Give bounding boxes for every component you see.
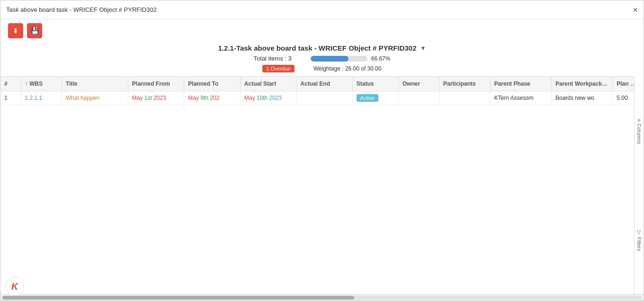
total-items-label: Total items : 3 (254, 55, 292, 62)
title-bar: Task above board task - WRICEF Object # … (0, 0, 644, 19)
report-title-row: 1.2.1-Task above board task - WRICEF Obj… (218, 44, 426, 52)
cell-status: Active (352, 91, 398, 105)
modal-body: ⬇ 💾 1.2.1-Task above board task - WRICEF… (0, 19, 644, 301)
columns-icon: ≡ (636, 119, 642, 122)
cell-parent-wp: Boards new wo (551, 91, 612, 105)
side-panel: ≡ Columns ▽ Filters (634, 76, 644, 294)
cell-planned-to: May 9th 202 (184, 91, 241, 105)
columns-panel-button[interactable]: ≡ Columns (636, 117, 642, 146)
toolbar: ⬇ 💾 (0, 19, 644, 42)
columns-label: Columns (636, 124, 642, 144)
cell-actual-end (296, 91, 353, 105)
save-button[interactable]: 💾 (27, 23, 42, 38)
report-header: 1.2.1-Task above board task - WRICEF Obj… (0, 42, 644, 76)
col-header-wbs[interactable]: ↑ WBS (21, 77, 62, 91)
progress-bar-fill (311, 56, 349, 62)
cell-participants (439, 91, 490, 105)
col-header-actual-end[interactable]: Actual End (296, 77, 353, 91)
table-container: # ↑ WBS Title Planned From Planned To Ac… (0, 76, 644, 294)
cell-parent-phase: KTern Assessm (490, 91, 551, 105)
cell-num: 1 (0, 91, 21, 105)
col-header-planned-from[interactable]: Planned From (128, 77, 184, 91)
filters-label: Filters (636, 237, 642, 251)
table-header-row: # ↑ WBS Title Planned From Planned To Ac… (0, 77, 644, 91)
filters-panel-button[interactable]: ▽ Filters (636, 227, 642, 253)
logo-k-icon: K (11, 281, 18, 292)
col-header-planned-to[interactable]: Planned To (184, 77, 241, 91)
col-header-owner[interactable]: Owner (398, 77, 439, 91)
cell-planned-from: May 1st 2023 (128, 91, 184, 105)
close-button[interactable]: × (633, 6, 638, 14)
save-icon: 💾 (31, 27, 39, 35)
overdue-row: 1 Overdue Weightage : 26.00 of 30.00 (8, 65, 636, 72)
cell-owner (398, 91, 439, 105)
wbs-link[interactable]: 1.2.1.1 (25, 95, 43, 101)
download-button[interactable]: ⬇ (8, 23, 23, 38)
col-header-participants[interactable]: Participants (439, 77, 490, 91)
scrollbar-thumb (2, 296, 354, 300)
col-header-parent-wp[interactable]: Parent Workpackage (551, 77, 612, 91)
progress-bar-background (311, 56, 367, 62)
stats-row: Total items : 3 66.67% (8, 55, 636, 62)
title-link[interactable]: What happen (66, 95, 99, 101)
modal-title: Task above board task - WRICEF Object # … (6, 6, 157, 13)
col-header-actual-start[interactable]: Actual Start (240, 77, 296, 91)
bottom-logo: K (5, 277, 24, 296)
progress-container: 66.67% (311, 55, 391, 62)
modal-container: Task above board task - WRICEF Object # … (0, 0, 644, 301)
col-header-title[interactable]: Title (62, 77, 128, 91)
download-icon: ⬇ (13, 27, 18, 35)
status-badge: Active (357, 94, 378, 102)
col-header-status[interactable]: Status (352, 77, 398, 91)
cell-title: What happen (62, 91, 128, 105)
col-header-parent-phase[interactable]: Parent Phase (490, 77, 551, 91)
weightage-label: Weightage : 26.00 of 30.00 (313, 65, 382, 72)
dropdown-arrow-icon[interactable]: ▼ (420, 45, 426, 52)
report-title: 1.2.1-Task above board task - WRICEF Obj… (218, 44, 417, 52)
filters-icon: ▽ (636, 229, 642, 235)
table-row: 1 1.2.1.1 What happen May 1st 2023 May 9… (0, 91, 644, 105)
overdue-badge: 1 Overdue (262, 65, 294, 72)
progress-percent: 66.67% (371, 55, 391, 62)
scrollbar-track (2, 296, 642, 300)
cell-wbs: 1.2.1.1 (21, 91, 62, 105)
horizontal-scrollbar[interactable] (0, 294, 644, 301)
cell-actual-start: May 10th 2023 (240, 91, 296, 105)
data-table: # ↑ WBS Title Planned From Planned To Ac… (0, 76, 644, 105)
col-header-num: # (0, 77, 21, 91)
